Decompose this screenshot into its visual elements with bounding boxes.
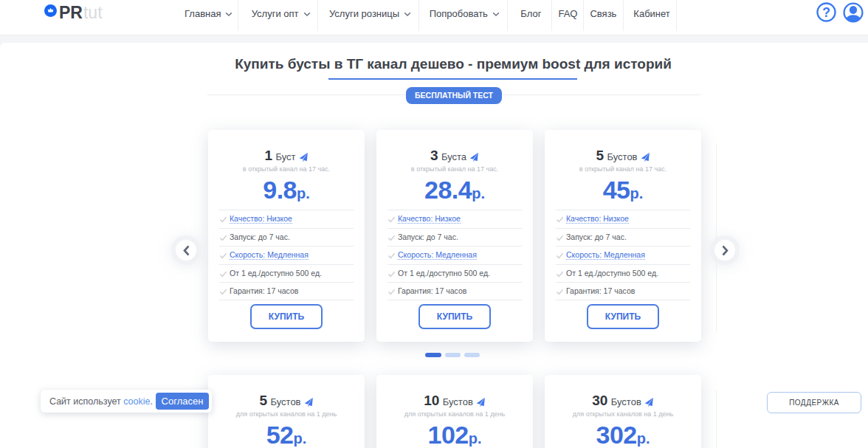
svg-text:?: ? [822,5,830,20]
